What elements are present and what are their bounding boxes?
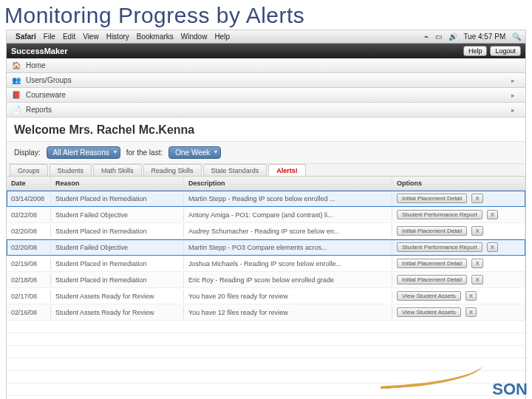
table-row: 02/20/08Student Placed in RemediationAud… [7,223,525,239]
empty-rows [7,321,525,399]
logout-button[interactable]: Logout [490,46,521,56]
nav-label: Courseware [26,91,66,99]
display-icon: ▭ [435,33,442,41]
cell-reason: Student Placed in Remediation [51,225,184,238]
nav-users-groups[interactable]: 👥 Users/Groups ▸ [7,73,525,88]
welcome-heading: Welcome Mrs. Rachel Mc.Kenna [7,117,525,142]
report-icon: 📄 [11,105,21,115]
cell-reason: Student Placed in Remediation [51,273,184,287]
menubar-item[interactable]: Help [214,33,230,41]
tab-reading-skills[interactable]: Reading Skills [143,164,202,176]
cell-desc: You have 20 files ready for review [184,290,392,303]
nav-label: Home [26,61,46,69]
cell-date: 02/20/08 [7,225,51,238]
cell-reason: Student Assets Ready for Review [51,290,184,303]
option-button[interactable]: View Student Assets [397,291,461,301]
table-row: 02/22/08Student Failed ObjectiveAntony A… [7,207,525,223]
menubar-item[interactable]: History [106,33,129,41]
menubar-item[interactable]: View [83,33,99,41]
cell-options: Student Performance ReportX [392,207,525,222]
users-icon: 👥 [11,75,21,86]
menubar-item[interactable]: File [44,33,55,41]
tab-alerts[interactable]: Alerts! [268,164,306,176]
cell-desc: Martin Stepp - PO3 Compare elements acro… [184,241,392,254]
col-date: Date [7,177,51,190]
tab-math-skills[interactable]: Math Skills [93,164,142,176]
menubar-item[interactable]: Window [181,33,208,41]
nav-reports[interactable]: 📄 Reports ▸ [7,103,525,117]
option-button[interactable]: Student Performance Report [397,210,482,219]
cell-date: 02/17/08 [7,290,51,303]
tab-students[interactable]: Students [50,164,92,176]
slide-title: Monitoring Progress by Alerts [0,0,532,30]
col-opt: Options [392,177,525,190]
dismiss-button[interactable]: X [471,259,482,268]
cell-date: 02/19/08 [7,257,51,270]
filter-bar: Display: All Alert Reasons for the last:… [7,142,525,164]
dismiss-button[interactable]: X [471,275,482,284]
cell-reason: Student Failed Objective [51,208,184,222]
menubar-clock: Tue 4:57 PM [463,33,505,41]
cell-options: View Student AssetsX [392,304,525,320]
option-button[interactable]: Initial Placement Detail [397,226,467,236]
chevron-right-icon: ▸ [511,92,515,99]
table-body: 03/14/2008Student Placed in RemediationM… [7,191,525,321]
cell-options: Initial Placement DetailX [392,191,525,206]
cell-date: 02/22/08 [7,208,51,222]
cell-desc: Joshua Michaels - Reading IP score below… [184,257,392,270]
cell-desc: Antony Amiga - PO1: Compare (and contras… [184,208,392,222]
period-dropdown[interactable]: One Week [168,146,221,159]
cell-reason: Student Placed in Remediation [51,257,184,270]
app-header: SuccessMaker Help Logout [7,44,525,58]
chevron-right-icon: ▸ [511,106,515,114]
mac-menubar: Safari File Edit View History Bookmarks … [7,30,525,44]
table-row: 02/17/08Student Assets Ready for ReviewY… [7,288,525,304]
cell-options: View Student AssetsX [392,288,525,304]
table-row: 02/16/08Student Assets Ready for ReviewY… [7,304,525,321]
cell-date: 02/18/08 [7,273,51,287]
dismiss-button[interactable]: X [471,226,482,236]
table-row: 02/18/08Student Placed in RemediationEri… [7,272,525,288]
spotlight-icon[interactable]: 🔍 [512,33,521,41]
volume-icon: 🔊 [449,33,457,41]
book-icon: 📕 [11,90,21,100]
alert-reason-dropdown[interactable]: All Alert Reasons [47,146,120,159]
menubar-app[interactable]: Safari [16,33,36,41]
dismiss-button[interactable]: X [466,291,477,301]
screenshot-frame: Safari File Edit View History Bookmarks … [6,30,526,399]
help-button[interactable]: Help [463,46,488,56]
option-button[interactable]: Initial Placement Detail [397,275,467,284]
table-row: 02/19/08Student Placed in RemediationJos… [7,256,525,272]
display-label: Display: [14,149,41,157]
tab-state-standards[interactable]: State Standards [203,164,267,176]
option-button[interactable]: View Student Assets [397,307,461,317]
cell-desc: Audrey Schumacher - Reading IP score bel… [184,225,392,238]
cell-options: Initial Placement DetailX [392,272,525,287]
dismiss-button[interactable]: X [487,242,498,252]
cell-desc: Martin Stepp - Reading IP score below en… [184,192,392,205]
cell-reason: Student Assets Ready for Review [51,306,184,319]
menubar-item[interactable]: Bookmarks [137,33,174,41]
nav-label: Users/Groups [26,76,72,84]
cell-reason: Student Placed in Remediation [51,192,184,205]
menubar-status: ⌁ ▭ 🔊 Tue 4:57 PM 🔍 [420,33,521,41]
tab-strip: Groups Students Math Skills Reading Skil… [7,164,525,177]
dismiss-button[interactable]: X [471,194,482,203]
cell-date: 02/20/08 [7,241,51,254]
cell-date: 02/16/08 [7,306,51,319]
cell-date: 03/14/2008 [7,192,51,205]
app-brand: SuccessMaker [11,47,67,55]
nav-courseware[interactable]: 📕 Courseware ▸ [7,88,525,103]
option-button[interactable]: Student Performance Report [397,242,482,252]
cell-reason: Student Failed Objective [51,241,184,254]
dismiss-button[interactable]: X [487,210,498,219]
option-button[interactable]: Initial Placement Detail [397,194,467,203]
nav-home[interactable]: 🏠 Home [7,58,525,73]
cell-desc: Eric Roy - Reading IP score below enroll… [184,273,392,287]
chevron-right-icon: ▸ [511,77,515,84]
dismiss-button[interactable]: X [466,307,477,317]
table-header: Date Reason Description Options [7,177,525,191]
option-button[interactable]: Initial Placement Detail [397,259,467,268]
tab-groups[interactable]: Groups [10,164,48,176]
menubar-item[interactable]: Edit [63,33,75,41]
